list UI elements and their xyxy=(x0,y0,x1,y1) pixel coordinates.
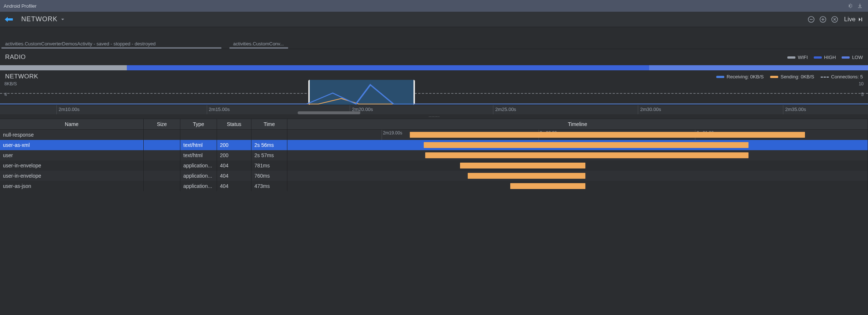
network-legend: Receiving: 0KB/S Sending: 0KB/S Connecti… xyxy=(716,74,863,79)
header-type[interactable]: Type xyxy=(180,119,217,129)
table-row[interactable]: user-in-envelopeapplication...404760ms xyxy=(0,171,868,181)
timeline-bar xyxy=(510,183,585,189)
titlebar: Android Profiler xyxy=(0,0,868,12)
chevron-down-icon xyxy=(60,17,65,22)
cell-size xyxy=(144,160,180,171)
cell-status: 404 xyxy=(217,171,251,181)
request-table: Name Size Type Status Time Timeline null… xyxy=(0,119,868,315)
legend-receiving: Receiving: 0KB/S xyxy=(716,74,764,79)
cell-size xyxy=(144,171,180,181)
axis-tick-label: 2m15.00s xyxy=(207,107,230,112)
cell-time: 473ms xyxy=(251,181,287,191)
header-name[interactable]: Name xyxy=(0,119,144,129)
table-row[interactable]: user-in-envelopeapplication...404781ms xyxy=(0,160,868,171)
cell-type: application... xyxy=(180,160,217,171)
cell-size xyxy=(144,181,180,191)
radio-header: RADIO WIFI HIGH LOW xyxy=(0,49,868,65)
timeline-bar xyxy=(460,163,585,168)
cell-type: text/html xyxy=(180,150,217,160)
header-time[interactable]: Time xyxy=(251,119,287,129)
cell-name: user-in-envelope xyxy=(0,171,144,181)
live-label: Live xyxy=(844,16,856,23)
section-label: NETWORK xyxy=(21,15,58,23)
cell-type: text/html xyxy=(180,140,217,150)
cell-time: 781ms xyxy=(251,160,287,171)
cell-timeline xyxy=(287,150,868,160)
cell-timeline xyxy=(287,171,868,181)
cell-status xyxy=(217,130,251,140)
axis-tick-label: 2m25.00s xyxy=(493,107,516,112)
cell-name: user-in-envelope xyxy=(0,160,144,171)
section-dropdown[interactable]: NETWORK xyxy=(18,14,69,25)
cell-name: null-response xyxy=(0,130,144,140)
radio-label: RADIO xyxy=(5,53,26,61)
radio-bar[interactable] xyxy=(0,65,868,70)
zoom-out-button[interactable] xyxy=(806,14,816,25)
live-button[interactable]: Live xyxy=(844,16,863,23)
cell-size xyxy=(144,150,180,160)
activity-label-b: activities.CustomConv... xyxy=(233,41,284,47)
time-scrollbar-thumb[interactable] xyxy=(298,111,360,114)
axis-tick-label: 2m35.00s xyxy=(783,107,806,112)
cell-status: 404 xyxy=(217,160,251,171)
activity-bar-a xyxy=(1,47,221,49)
split-handle[interactable] xyxy=(0,114,868,119)
time-axis[interactable]: 2m10.00s2m15.00s2m20.00s2m25.00s2m30.00s… xyxy=(0,105,868,114)
activity-strip: activities.CustomConverterDemosActivity … xyxy=(0,27,868,49)
legend-sending: Sending: 0KB/S xyxy=(770,74,814,79)
gear-icon[interactable] xyxy=(845,1,854,10)
cell-time: 760ms xyxy=(251,171,287,181)
legend-connections: Connections: 5 xyxy=(821,74,863,79)
window-title: Android Profiler xyxy=(4,3,844,9)
axis-tick-label: 2m30.00s xyxy=(638,107,661,112)
header-status[interactable]: Status xyxy=(217,119,251,129)
back-button[interactable] xyxy=(4,14,14,25)
cell-status: 200 xyxy=(217,150,251,160)
go-live-icon xyxy=(858,17,863,22)
cell-status: 404 xyxy=(217,181,251,191)
axis-tick-label: 2m10.00s xyxy=(56,107,80,112)
header-timeline[interactable]: Timeline xyxy=(287,119,868,129)
network-label: NETWORK xyxy=(5,73,38,80)
zoom-reset-button[interactable] xyxy=(830,14,840,25)
cell-time: 2s 57ms xyxy=(251,150,287,160)
radio-segment-wifi xyxy=(0,65,127,70)
cell-name: user-as-xml xyxy=(0,140,144,150)
cell-size xyxy=(144,130,180,140)
cell-name: user-as-json xyxy=(0,181,144,191)
table-row[interactable]: user-as-xmltext/html2002s 56ms xyxy=(0,140,868,150)
network-chart[interactable]: 8KB/S 4 10 5 xyxy=(0,81,868,105)
table-row[interactable]: null-response2m19.00s2m20.00s2m21.00s xyxy=(0,130,868,140)
table-header: Name Size Type Status Time Timeline xyxy=(0,119,868,130)
network-header: NETWORK Receiving: 0KB/S Sending: 0KB/S … xyxy=(0,70,868,81)
radio-segment-high xyxy=(378,65,649,70)
cell-time: 2s 56ms xyxy=(251,140,287,150)
cell-timeline xyxy=(287,160,868,171)
timeline-bar xyxy=(410,132,805,138)
cell-status: 200 xyxy=(217,140,251,150)
cell-timeline: 2m19.00s2m20.00s2m21.00s xyxy=(287,130,868,140)
cell-timeline xyxy=(287,181,868,191)
cell-type: application... xyxy=(180,171,217,181)
legend-low: LOW xyxy=(842,55,863,60)
download-icon[interactable] xyxy=(856,1,864,10)
timeline-tick-label: 2m19.00s xyxy=(382,130,402,136)
zoom-in-button[interactable] xyxy=(818,14,828,25)
cell-type xyxy=(180,130,217,140)
cell-time xyxy=(251,130,287,140)
radio-segment-high xyxy=(127,65,378,70)
activity-bar-b xyxy=(229,47,288,49)
timeline-bar xyxy=(425,152,748,158)
timeline-bar xyxy=(468,173,585,179)
activity-label-a: activities.CustomConverterDemosActivity … xyxy=(5,41,155,47)
timeline-bar xyxy=(424,142,749,148)
header-size[interactable]: Size xyxy=(144,119,180,129)
radio-legend: WIFI HIGH LOW xyxy=(787,55,863,60)
network-lines xyxy=(0,81,868,105)
table-row[interactable]: user-as-jsonapplication...404473ms xyxy=(0,181,868,191)
cell-name: user xyxy=(0,150,144,160)
profiler-toolbar: NETWORK Live xyxy=(0,12,868,27)
cell-timeline xyxy=(287,140,868,150)
cell-type: application... xyxy=(180,181,217,191)
table-row[interactable]: usertext/html2002s 57ms xyxy=(0,150,868,160)
